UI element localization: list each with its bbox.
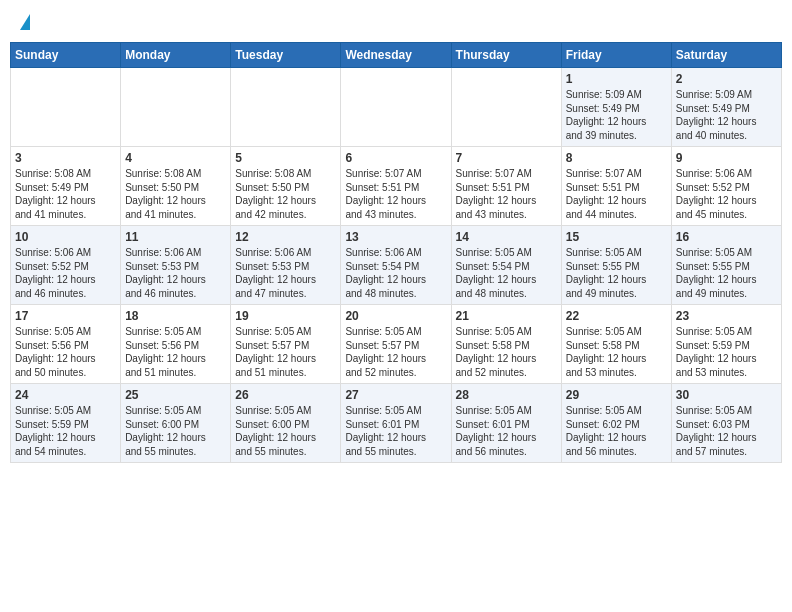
calendar-table: SundayMondayTuesdayWednesdayThursdayFrid… xyxy=(10,42,782,463)
calendar-cell: 13Sunrise: 5:06 AM Sunset: 5:54 PM Dayli… xyxy=(341,226,451,305)
cell-info-text: Sunrise: 5:09 AM Sunset: 5:49 PM Dayligh… xyxy=(676,88,777,142)
cell-date-number: 9 xyxy=(676,151,777,165)
cell-info-text: Sunrise: 5:05 AM Sunset: 6:00 PM Dayligh… xyxy=(235,404,336,458)
cell-info-text: Sunrise: 5:07 AM Sunset: 5:51 PM Dayligh… xyxy=(456,167,557,221)
calendar-cell: 24Sunrise: 5:05 AM Sunset: 5:59 PM Dayli… xyxy=(11,384,121,463)
calendar-cell: 26Sunrise: 5:05 AM Sunset: 6:00 PM Dayli… xyxy=(231,384,341,463)
cell-info-text: Sunrise: 5:05 AM Sunset: 5:59 PM Dayligh… xyxy=(15,404,116,458)
calendar-cell: 6Sunrise: 5:07 AM Sunset: 5:51 PM Daylig… xyxy=(341,147,451,226)
cell-info-text: Sunrise: 5:07 AM Sunset: 5:51 PM Dayligh… xyxy=(345,167,446,221)
cell-date-number: 26 xyxy=(235,388,336,402)
calendar-cell: 3Sunrise: 5:08 AM Sunset: 5:49 PM Daylig… xyxy=(11,147,121,226)
calendar-week-3: 10Sunrise: 5:06 AM Sunset: 5:52 PM Dayli… xyxy=(11,226,782,305)
cell-date-number: 21 xyxy=(456,309,557,323)
cell-info-text: Sunrise: 5:05 AM Sunset: 5:58 PM Dayligh… xyxy=(566,325,667,379)
calendar-cell: 14Sunrise: 5:05 AM Sunset: 5:54 PM Dayli… xyxy=(451,226,561,305)
calendar-cell xyxy=(451,68,561,147)
calendar-cell xyxy=(121,68,231,147)
calendar-cell: 2Sunrise: 5:09 AM Sunset: 5:49 PM Daylig… xyxy=(671,68,781,147)
cell-info-text: Sunrise: 5:05 AM Sunset: 6:01 PM Dayligh… xyxy=(345,404,446,458)
calendar-cell: 1Sunrise: 5:09 AM Sunset: 5:49 PM Daylig… xyxy=(561,68,671,147)
cell-date-number: 19 xyxy=(235,309,336,323)
cell-date-number: 30 xyxy=(676,388,777,402)
calendar-cell: 18Sunrise: 5:05 AM Sunset: 5:56 PM Dayli… xyxy=(121,305,231,384)
cell-date-number: 4 xyxy=(125,151,226,165)
calendar-cell xyxy=(11,68,121,147)
calendar-cell: 10Sunrise: 5:06 AM Sunset: 5:52 PM Dayli… xyxy=(11,226,121,305)
day-header-friday: Friday xyxy=(561,43,671,68)
cell-date-number: 2 xyxy=(676,72,777,86)
calendar-cell: 8Sunrise: 5:07 AM Sunset: 5:51 PM Daylig… xyxy=(561,147,671,226)
day-header-saturday: Saturday xyxy=(671,43,781,68)
cell-info-text: Sunrise: 5:06 AM Sunset: 5:52 PM Dayligh… xyxy=(15,246,116,300)
cell-info-text: Sunrise: 5:05 AM Sunset: 6:03 PM Dayligh… xyxy=(676,404,777,458)
cell-info-text: Sunrise: 5:05 AM Sunset: 5:59 PM Dayligh… xyxy=(676,325,777,379)
day-header-sunday: Sunday xyxy=(11,43,121,68)
day-header-monday: Monday xyxy=(121,43,231,68)
calendar-cell: 11Sunrise: 5:06 AM Sunset: 5:53 PM Dayli… xyxy=(121,226,231,305)
cell-info-text: Sunrise: 5:08 AM Sunset: 5:49 PM Dayligh… xyxy=(15,167,116,221)
cell-date-number: 14 xyxy=(456,230,557,244)
calendar-cell: 21Sunrise: 5:05 AM Sunset: 5:58 PM Dayli… xyxy=(451,305,561,384)
calendar-cell: 29Sunrise: 5:05 AM Sunset: 6:02 PM Dayli… xyxy=(561,384,671,463)
cell-info-text: Sunrise: 5:05 AM Sunset: 6:00 PM Dayligh… xyxy=(125,404,226,458)
cell-info-text: Sunrise: 5:06 AM Sunset: 5:53 PM Dayligh… xyxy=(125,246,226,300)
calendar-week-5: 24Sunrise: 5:05 AM Sunset: 5:59 PM Dayli… xyxy=(11,384,782,463)
calendar-cell: 5Sunrise: 5:08 AM Sunset: 5:50 PM Daylig… xyxy=(231,147,341,226)
cell-info-text: Sunrise: 5:05 AM Sunset: 5:57 PM Dayligh… xyxy=(345,325,446,379)
cell-date-number: 6 xyxy=(345,151,446,165)
cell-date-number: 15 xyxy=(566,230,667,244)
calendar-cell: 12Sunrise: 5:06 AM Sunset: 5:53 PM Dayli… xyxy=(231,226,341,305)
cell-info-text: Sunrise: 5:05 AM Sunset: 5:56 PM Dayligh… xyxy=(15,325,116,379)
cell-date-number: 7 xyxy=(456,151,557,165)
cell-info-text: Sunrise: 5:06 AM Sunset: 5:54 PM Dayligh… xyxy=(345,246,446,300)
logo xyxy=(18,14,30,30)
cell-date-number: 25 xyxy=(125,388,226,402)
calendar-cell: 30Sunrise: 5:05 AM Sunset: 6:03 PM Dayli… xyxy=(671,384,781,463)
cell-date-number: 20 xyxy=(345,309,446,323)
calendar-week-2: 3Sunrise: 5:08 AM Sunset: 5:49 PM Daylig… xyxy=(11,147,782,226)
cell-info-text: Sunrise: 5:06 AM Sunset: 5:52 PM Dayligh… xyxy=(676,167,777,221)
cell-date-number: 12 xyxy=(235,230,336,244)
cell-info-text: Sunrise: 5:05 AM Sunset: 5:55 PM Dayligh… xyxy=(676,246,777,300)
calendar-cell: 27Sunrise: 5:05 AM Sunset: 6:01 PM Dayli… xyxy=(341,384,451,463)
cell-info-text: Sunrise: 5:05 AM Sunset: 6:02 PM Dayligh… xyxy=(566,404,667,458)
cell-date-number: 28 xyxy=(456,388,557,402)
cell-info-text: Sunrise: 5:05 AM Sunset: 5:57 PM Dayligh… xyxy=(235,325,336,379)
day-header-tuesday: Tuesday xyxy=(231,43,341,68)
calendar-cell: 17Sunrise: 5:05 AM Sunset: 5:56 PM Dayli… xyxy=(11,305,121,384)
calendar-cell: 23Sunrise: 5:05 AM Sunset: 5:59 PM Dayli… xyxy=(671,305,781,384)
calendar-cell: 4Sunrise: 5:08 AM Sunset: 5:50 PM Daylig… xyxy=(121,147,231,226)
cell-date-number: 29 xyxy=(566,388,667,402)
cell-date-number: 11 xyxy=(125,230,226,244)
cell-date-number: 27 xyxy=(345,388,446,402)
calendar-cell: 7Sunrise: 5:07 AM Sunset: 5:51 PM Daylig… xyxy=(451,147,561,226)
header xyxy=(10,10,782,34)
day-header-thursday: Thursday xyxy=(451,43,561,68)
cell-info-text: Sunrise: 5:05 AM Sunset: 5:56 PM Dayligh… xyxy=(125,325,226,379)
calendar-cell: 16Sunrise: 5:05 AM Sunset: 5:55 PM Dayli… xyxy=(671,226,781,305)
cell-info-text: Sunrise: 5:08 AM Sunset: 5:50 PM Dayligh… xyxy=(125,167,226,221)
cell-date-number: 13 xyxy=(345,230,446,244)
calendar-cell: 22Sunrise: 5:05 AM Sunset: 5:58 PM Dayli… xyxy=(561,305,671,384)
cell-date-number: 8 xyxy=(566,151,667,165)
calendar-week-4: 17Sunrise: 5:05 AM Sunset: 5:56 PM Dayli… xyxy=(11,305,782,384)
day-header-wednesday: Wednesday xyxy=(341,43,451,68)
cell-date-number: 24 xyxy=(15,388,116,402)
cell-date-number: 1 xyxy=(566,72,667,86)
calendar-header-row: SundayMondayTuesdayWednesdayThursdayFrid… xyxy=(11,43,782,68)
logo-triangle-icon xyxy=(20,14,30,30)
cell-info-text: Sunrise: 5:09 AM Sunset: 5:49 PM Dayligh… xyxy=(566,88,667,142)
cell-date-number: 10 xyxy=(15,230,116,244)
cell-date-number: 5 xyxy=(235,151,336,165)
calendar-cell xyxy=(341,68,451,147)
cell-info-text: Sunrise: 5:05 AM Sunset: 5:58 PM Dayligh… xyxy=(456,325,557,379)
cell-info-text: Sunrise: 5:05 AM Sunset: 5:54 PM Dayligh… xyxy=(456,246,557,300)
cell-date-number: 23 xyxy=(676,309,777,323)
cell-date-number: 3 xyxy=(15,151,116,165)
calendar-cell xyxy=(231,68,341,147)
calendar-cell: 15Sunrise: 5:05 AM Sunset: 5:55 PM Dayli… xyxy=(561,226,671,305)
cell-date-number: 18 xyxy=(125,309,226,323)
calendar-cell: 9Sunrise: 5:06 AM Sunset: 5:52 PM Daylig… xyxy=(671,147,781,226)
calendar-cell: 28Sunrise: 5:05 AM Sunset: 6:01 PM Dayli… xyxy=(451,384,561,463)
